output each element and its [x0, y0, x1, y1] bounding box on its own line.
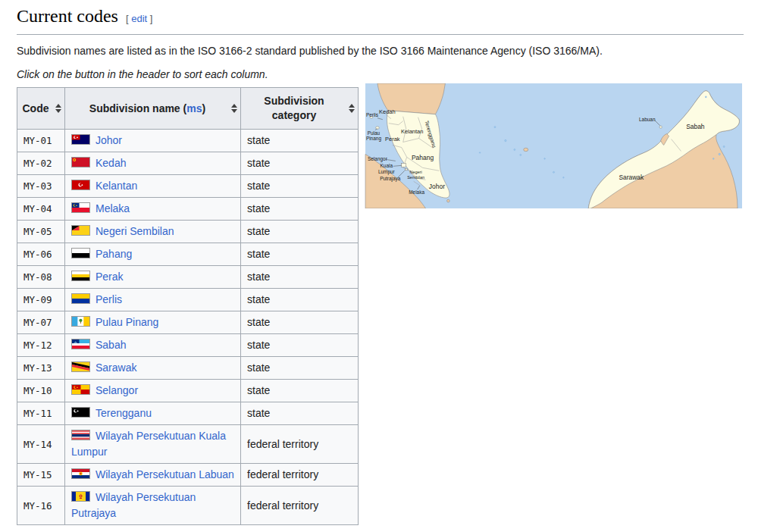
article-content: Current codes[ edit ] Subdivision names …: [0, 0, 758, 525]
flag-sabah-icon[interactable]: [71, 339, 90, 349]
name-cell: Kedah: [65, 152, 241, 175]
flag-negeri-sembilan-icon[interactable]: [71, 225, 90, 236]
singapore-island: [447, 199, 450, 202]
code-value: MY-10: [23, 385, 52, 396]
intro-paragraph: Subdivision names are listed as in the I…: [17, 44, 744, 58]
name-cell: Pulau Pinang: [65, 311, 241, 334]
flag-sarawak-icon[interactable]: [71, 361, 90, 372]
flag-kuala-lumpur-icon[interactable]: [71, 430, 90, 440]
code-value: MY-15: [23, 469, 52, 480]
flag-putrajaya-icon[interactable]: [71, 491, 90, 502]
name-cell: Perlis: [65, 289, 241, 311]
flag-pahang-icon[interactable]: [71, 248, 90, 258]
category-value: state: [247, 407, 270, 419]
flag-johor-icon[interactable]: [71, 134, 90, 145]
code-cell: MY-05: [17, 221, 65, 243]
name-cell: Wilayah Persekutuan Putrajaya: [65, 487, 241, 525]
name-cell: Wilayah Persekutuan Labuan: [65, 464, 241, 487]
code-value: MY-14: [23, 439, 52, 450]
table-body: MY-01 Johor state MY-02 Kedah state MY-0…: [17, 130, 359, 525]
name-cell: Kelantan: [65, 175, 241, 198]
table-row: MY-03 Kelantan state: [17, 175, 359, 198]
code-value: MY-02: [23, 158, 52, 169]
map-label-putrajaya: Putrajaya: [380, 176, 401, 182]
subdivision-link[interactable]: Negeri Sembilan: [96, 225, 174, 237]
code-cell: MY-03: [17, 175, 65, 198]
sort-icon[interactable]: [231, 104, 237, 113]
subdivision-link[interactable]: Wilayah Persekutuan Labuan: [96, 468, 234, 480]
map-svg: PerlisKedahPulauPinangPerakKelantanTeren…: [365, 83, 743, 208]
subdivision-link[interactable]: Kelantan: [96, 180, 137, 192]
code-value: MY-13: [23, 362, 52, 374]
subdivision-link[interactable]: Melaka: [96, 202, 130, 214]
code-value: MY-09: [23, 294, 52, 305]
map-label-sarawak: Sarawak: [619, 174, 644, 181]
flag-kelantan-icon[interactable]: [71, 180, 90, 190]
subdivision-link[interactable]: Perak: [96, 271, 124, 283]
subdivision-table: CodeSubdivision name (ms)Subdivision cat…: [17, 87, 359, 525]
column-header-subdivision-category[interactable]: Subdivision category: [241, 88, 359, 130]
subdivision-link[interactable]: Sabah: [96, 339, 126, 351]
flag-kedah-icon[interactable]: [71, 157, 90, 167]
flag-perlis-icon[interactable]: [71, 293, 90, 304]
table-row: MY-14 Wilayah Persekutuan Kuala Lumpur f…: [17, 425, 359, 464]
code-value: MY-05: [23, 226, 52, 237]
sort-icon[interactable]: [349, 104, 355, 113]
flag-pulau-pinang-icon[interactable]: [71, 316, 90, 327]
subdivision-link[interactable]: Kedah: [96, 157, 126, 169]
table-row: MY-15 Wilayah Persekutuan Labuan federal…: [17, 464, 359, 487]
category-value: state: [247, 134, 270, 146]
code-cell: MY-15: [17, 464, 65, 487]
category-cell: state: [241, 266, 359, 289]
page-title: Current codes: [17, 6, 118, 26]
subdivision-link[interactable]: Perlis: [96, 293, 122, 305]
category-value: state: [247, 293, 270, 305]
table-header-row: CodeSubdivision name (ms)Subdivision cat…: [17, 88, 359, 130]
category-value: state: [247, 361, 270, 374]
subdivision-link[interactable]: Terengganu: [96, 407, 152, 419]
column-header-code[interactable]: Code: [17, 88, 65, 130]
category-value: state: [247, 248, 270, 260]
subdivision-link[interactable]: Pahang: [96, 248, 132, 260]
flag-perak-icon[interactable]: [71, 271, 90, 281]
sort-icon[interactable]: [55, 104, 61, 113]
edit-link[interactable]: edit: [131, 13, 147, 24]
category-value: federal territory: [247, 438, 318, 450]
category-value: state: [247, 180, 270, 192]
category-cell: state: [241, 289, 359, 311]
malaysia-locator-map[interactable]: PerlisKedahPulauPinangPerakKelantanTeren…: [365, 83, 743, 208]
name-cell: Melaka: [65, 198, 241, 221]
code-value: MY-11: [23, 408, 52, 419]
section-heading: Current codes[ edit ]: [17, 0, 744, 35]
subdivision-link[interactable]: Wilayah Persekutuan Kuala Lumpur: [71, 430, 226, 458]
code-value: MY-12: [23, 340, 52, 351]
flag-melaka-icon[interactable]: [71, 202, 90, 213]
table-row: MY-06 Pahang state: [17, 243, 359, 266]
flag-selangor-icon[interactable]: [71, 384, 90, 395]
code-value: MY-06: [23, 249, 52, 260]
name-cell: Sarawak: [65, 357, 241, 380]
flag-terengganu-icon[interactable]: [71, 407, 90, 418]
category-value: state: [247, 384, 270, 396]
column-header-subdivision-name[interactable]: Subdivision name (ms): [65, 88, 241, 130]
language-link[interactable]: ms: [186, 102, 202, 114]
code-value: MY-07: [23, 317, 52, 328]
map-label-pahang: Pahang: [412, 154, 434, 161]
category-cell: federal territory: [241, 425, 359, 464]
subdivision-link[interactable]: Pulau Pinang: [96, 316, 158, 328]
flag-labuan-icon[interactable]: [71, 468, 90, 479]
code-cell: MY-14: [17, 425, 65, 464]
map-label-negeri: Negeri: [410, 170, 422, 174]
sort-note: Click on the button in the header to sor…: [17, 67, 744, 82]
code-cell: MY-10: [17, 380, 65, 402]
subdivision-link[interactable]: Johor: [96, 134, 122, 146]
category-cell: state: [241, 175, 359, 198]
column-header-label: Subdivision category: [264, 95, 324, 121]
subdivision-link[interactable]: Sarawak: [96, 361, 136, 374]
subdivision-link[interactable]: Selangor: [96, 384, 138, 396]
category-cell: state: [241, 130, 359, 152]
category-cell: federal territory: [241, 464, 359, 487]
table-row: MY-13 Sarawak state: [17, 357, 359, 380]
name-cell: Perak: [65, 266, 241, 289]
code-value: MY-08: [23, 271, 52, 283]
